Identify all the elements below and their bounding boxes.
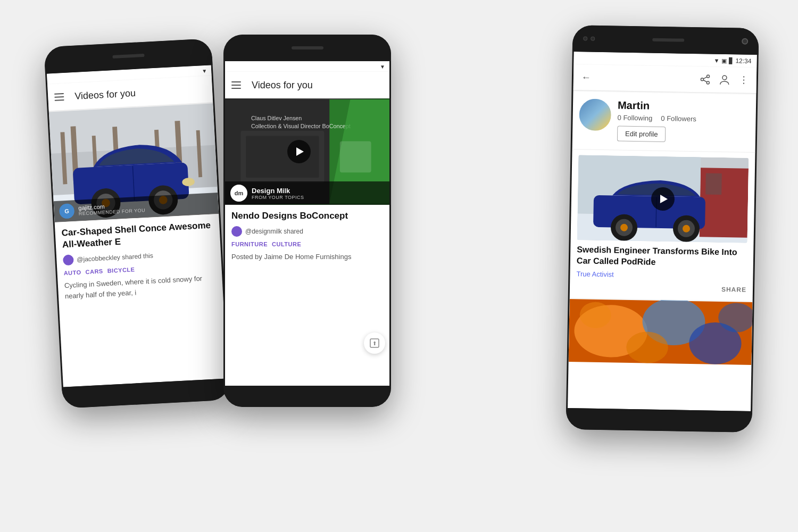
profile-info: Martin 0 Following 0 Followers Edit prof… — [617, 99, 750, 144]
video-card-center[interactable]: Claus Ditlev Jensen Collection & Visual … — [225, 98, 389, 205]
svg-text:⬆: ⬆ — [372, 340, 377, 346]
screen-center: ▼ Videos for you C — [225, 61, 389, 386]
source-info-left: gajitz.com RECOMMENDED FOR YOU — [78, 201, 145, 217]
wifi-icon-right: ▼ — [714, 57, 720, 64]
camera-dot-2 — [591, 37, 595, 41]
abstract-art-svg — [569, 298, 753, 365]
tags-center: FURNITURE CULTURE — [231, 241, 383, 247]
app-bar-title-center: Videos for you — [252, 80, 313, 91]
source-badge-center: dm Design Milk FROM YOUR TOPICS — [225, 181, 389, 205]
share-icon-right — [700, 74, 711, 85]
phone-center: ▼ Videos for you C — [223, 35, 391, 407]
article-excerpt-center: Posted by Jaime De Home Furnishings — [231, 252, 383, 262]
app-bar-center: Videos for you — [225, 72, 389, 98]
article-title-center: Nendo Designs BoConcept — [231, 210, 383, 222]
camera-dot-1 — [583, 36, 587, 40]
svg-text:Collection & Visual Director B: Collection & Visual Director BoConcept — [251, 123, 351, 129]
dm-logo: dm — [230, 185, 247, 202]
followers-count[interactable]: 0 Followers — [661, 114, 696, 123]
article-user-center: @designmilk shared — [231, 226, 383, 237]
phone-left: ▼ Videos for you — [44, 38, 230, 409]
svg-text:Claus Ditlev Jensen: Claus Ditlev Jensen — [251, 115, 302, 121]
phone-bottom-right — [566, 408, 752, 433]
phone-top-right — [572, 25, 759, 55]
profile-section: Martin 0 Following 0 Followers Edit prof… — [572, 90, 757, 153]
battery-icon-right: ▊ — [729, 57, 733, 64]
screen-left: ▼ Videos for you — [47, 65, 227, 387]
share-button-right[interactable] — [698, 72, 713, 87]
dm-info: Design Milk FROM YOUR TOPICS — [252, 187, 304, 200]
article-content-center: Nendo Designs BoConcept @designmilk shar… — [225, 205, 389, 268]
back-button[interactable]: ← — [579, 70, 594, 85]
user-avatar-left — [63, 255, 74, 266]
svg-point-31 — [706, 75, 709, 78]
svg-point-36 — [722, 76, 727, 80]
following-count[interactable]: 0 Following — [618, 113, 653, 122]
more-button-right[interactable]: ⋮ — [736, 72, 751, 87]
profile-avatar — [579, 98, 611, 131]
share-icon: ⬆ — [370, 338, 379, 348]
source-logo-left: G — [59, 203, 74, 219]
app-bar-title-left: Videos for you — [74, 87, 136, 102]
article-content-left: Car-Shaped Shell Conce Awesome All-Weath… — [55, 214, 223, 307]
article-excerpt-left: Cycling in Sweden, where it is cold snow… — [64, 273, 217, 302]
profile-name: Martin — [618, 99, 750, 114]
profile-icon-right — [719, 74, 730, 86]
article-title-right: Swedish Engineer Transforms Bike Into Ca… — [577, 244, 747, 269]
phone-bottom-center — [223, 386, 391, 407]
more-icon-right: ⋮ — [739, 74, 749, 86]
svg-point-32 — [706, 81, 709, 84]
front-camera — [742, 38, 748, 45]
share-fab[interactable]: ⬆ — [364, 332, 385, 354]
phone-top-center — [223, 35, 391, 61]
svg-rect-28 — [340, 141, 371, 172]
svg-line-35 — [703, 80, 706, 82]
second-article-right[interactable] — [569, 298, 753, 365]
speaker-center — [292, 46, 323, 49]
edit-profile-button[interactable]: Edit profile — [617, 126, 666, 142]
phone-right: ▼ ▣ ▊ 12:34 ← ⋮ — [566, 25, 759, 433]
article-card-right: Swedish Engineer Transforms Bike Into Ca… — [570, 149, 755, 302]
screen-right: ▼ ▣ ▊ 12:34 ← ⋮ — [568, 52, 757, 411]
svg-line-34 — [703, 77, 706, 79]
article-image-left: G gajitz.com RECOMMENDED FOR YOU — [49, 102, 219, 222]
svg-text:G: G — [64, 208, 69, 214]
speaker-left — [112, 54, 144, 59]
time-right: 12:34 — [735, 57, 751, 65]
profile-stats: 0 Following 0 Followers — [618, 113, 750, 123]
article-source-right[interactable]: True Activist — [576, 270, 746, 281]
play-button-center[interactable] — [287, 140, 311, 163]
article-title-left: Car-Shaped Shell Conce Awesome All-Weath… — [61, 220, 214, 251]
speaker-right — [652, 38, 684, 42]
profile-button-right[interactable] — [717, 72, 732, 87]
svg-point-33 — [701, 78, 703, 81]
hamburger-icon-center[interactable] — [231, 81, 241, 89]
share-label-right[interactable]: SHARE — [576, 281, 746, 296]
article-video-thumb-right[interactable] — [577, 155, 749, 243]
hamburger-icon-left[interactable] — [54, 93, 64, 101]
user-avatar-center — [231, 226, 242, 237]
signal-icon-right: ▣ — [721, 57, 727, 64]
profile-app-bar: ← ⋮ — [573, 64, 757, 93]
svg-rect-40 — [705, 173, 722, 195]
